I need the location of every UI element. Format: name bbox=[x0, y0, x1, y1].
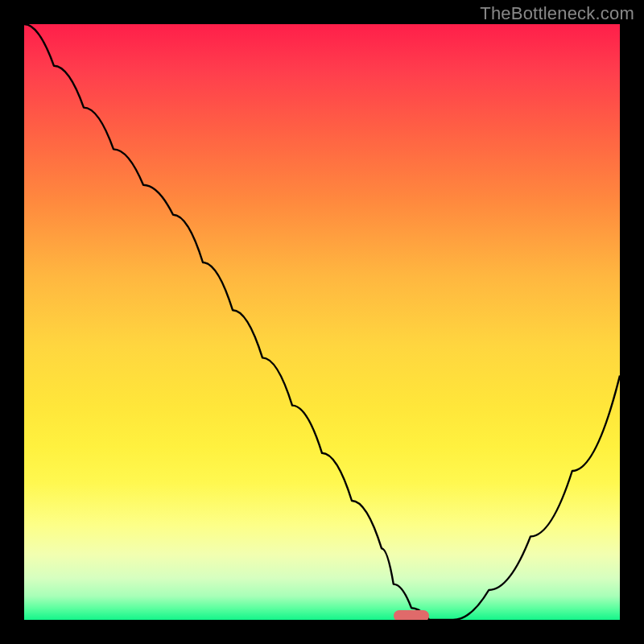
chart-container: TheBottleneck.com bbox=[0, 0, 644, 644]
plot-area bbox=[24, 24, 620, 620]
watermark-text: TheBottleneck.com bbox=[480, 3, 634, 24]
bottleneck-curve bbox=[24, 24, 620, 620]
optimum-marker bbox=[394, 610, 429, 620]
curve-svg bbox=[24, 24, 620, 620]
